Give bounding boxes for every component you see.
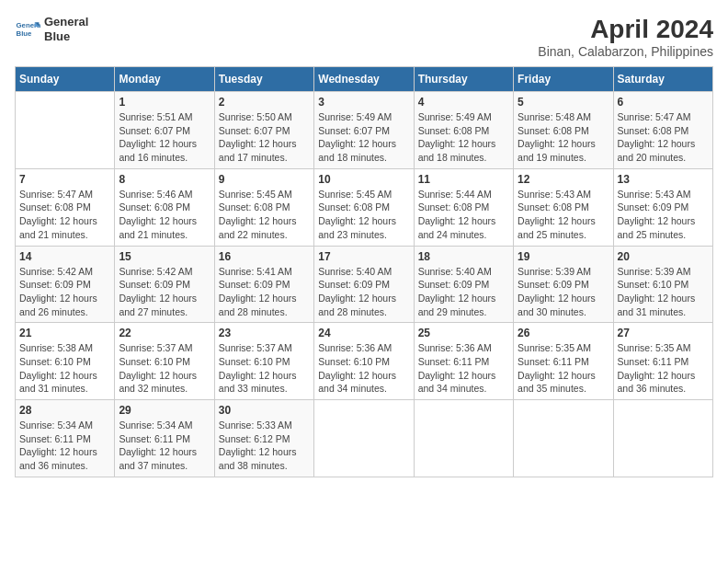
day-number: 20 <box>618 250 709 263</box>
calendar-header-row: SundayMondayTuesdayWednesdayThursdayFrid… <box>16 67 713 92</box>
day-number: 7 <box>19 173 110 186</box>
day-number: 11 <box>418 173 509 186</box>
day-number: 4 <box>418 96 509 109</box>
day-detail: Sunrise: 5:45 AM Sunset: 6:08 PM Dayligh… <box>219 188 310 242</box>
day-detail: Sunrise: 5:50 AM Sunset: 6:07 PM Dayligh… <box>219 110 310 165</box>
calendar-cell: 30Sunrise: 5:33 AM Sunset: 6:12 PM Dayli… <box>214 400 313 477</box>
day-detail: Sunrise: 5:51 AM Sunset: 6:07 PM Dayligh… <box>119 110 210 165</box>
day-detail: Sunrise: 5:46 AM Sunset: 6:08 PM Dayligh… <box>119 188 210 242</box>
logo-icon: General Blue <box>15 17 40 42</box>
calendar-cell: 7Sunrise: 5:47 AM Sunset: 6:08 PM Daylig… <box>16 168 115 246</box>
calendar-cell: 6Sunrise: 5:47 AM Sunset: 6:08 PM Daylig… <box>613 92 712 169</box>
day-number: 3 <box>318 96 409 109</box>
day-number: 18 <box>418 250 509 263</box>
calendar-cell: 12Sunrise: 5:43 AM Sunset: 6:08 PM Dayli… <box>514 168 613 246</box>
calendar-week-row: 1Sunrise: 5:51 AM Sunset: 6:07 PM Daylig… <box>16 92 713 169</box>
day-detail: Sunrise: 5:34 AM Sunset: 6:11 PM Dayligh… <box>19 419 110 473</box>
day-detail: Sunrise: 5:36 AM Sunset: 6:10 PM Dayligh… <box>318 341 409 396</box>
day-number: 21 <box>19 327 110 339</box>
day-number: 1 <box>119 96 210 109</box>
day-number: 2 <box>219 96 310 109</box>
day-number: 26 <box>518 327 609 339</box>
day-number: 16 <box>219 250 310 263</box>
day-number: 28 <box>19 404 110 417</box>
page-header: General Blue General Blue April 2024 Bin… <box>15 15 713 59</box>
page-title: April 2024 <box>538 15 713 44</box>
calendar-cell: 18Sunrise: 5:40 AM Sunset: 6:09 PM Dayli… <box>414 246 513 323</box>
day-detail: Sunrise: 5:43 AM Sunset: 6:09 PM Dayligh… <box>618 188 709 242</box>
calendar-cell: 1Sunrise: 5:51 AM Sunset: 6:07 PM Daylig… <box>115 92 214 169</box>
day-number: 27 <box>618 327 709 339</box>
calendar-header-monday: Monday <box>115 67 214 92</box>
day-number: 19 <box>518 250 609 263</box>
day-detail: Sunrise: 5:37 AM Sunset: 6:10 PM Dayligh… <box>119 341 210 396</box>
calendar-cell: 27Sunrise: 5:35 AM Sunset: 6:11 PM Dayli… <box>613 323 712 400</box>
calendar-cell: 13Sunrise: 5:43 AM Sunset: 6:09 PM Dayli… <box>613 168 712 246</box>
day-detail: Sunrise: 5:48 AM Sunset: 6:08 PM Dayligh… <box>518 110 609 165</box>
calendar-cell <box>314 400 414 477</box>
day-number: 9 <box>219 173 310 186</box>
calendar-header-saturday: Saturday <box>613 67 712 92</box>
day-number: 12 <box>518 173 609 186</box>
calendar-cell: 19Sunrise: 5:39 AM Sunset: 6:09 PM Dayli… <box>514 246 613 323</box>
calendar-week-row: 7Sunrise: 5:47 AM Sunset: 6:08 PM Daylig… <box>16 168 713 246</box>
day-detail: Sunrise: 5:33 AM Sunset: 6:12 PM Dayligh… <box>219 419 310 473</box>
calendar-week-row: 28Sunrise: 5:34 AM Sunset: 6:11 PM Dayli… <box>16 400 713 477</box>
day-detail: Sunrise: 5:36 AM Sunset: 6:11 PM Dayligh… <box>418 341 509 396</box>
calendar-cell: 25Sunrise: 5:36 AM Sunset: 6:11 PM Dayli… <box>414 323 513 400</box>
calendar-header-thursday: Thursday <box>414 67 513 92</box>
logo: General Blue General Blue <box>15 15 88 43</box>
calendar-cell: 26Sunrise: 5:35 AM Sunset: 6:11 PM Dayli… <box>514 323 613 400</box>
calendar-cell: 24Sunrise: 5:36 AM Sunset: 6:10 PM Dayli… <box>314 323 414 400</box>
logo-line1: General <box>44 15 88 29</box>
calendar-cell: 3Sunrise: 5:49 AM Sunset: 6:07 PM Daylig… <box>314 92 414 169</box>
calendar-cell: 28Sunrise: 5:34 AM Sunset: 6:11 PM Dayli… <box>16 400 115 477</box>
title-block: April 2024 Binan, Calabarzon, Philippine… <box>538 15 713 59</box>
day-number: 24 <box>318 327 409 339</box>
calendar-cell: 29Sunrise: 5:34 AM Sunset: 6:11 PM Dayli… <box>115 400 214 477</box>
day-number: 25 <box>418 327 509 339</box>
logo-text: General Blue <box>44 15 88 43</box>
calendar-header-tuesday: Tuesday <box>214 67 313 92</box>
calendar-cell: 15Sunrise: 5:42 AM Sunset: 6:09 PM Dayli… <box>115 246 214 323</box>
day-number: 22 <box>119 327 210 339</box>
calendar-cell <box>514 400 613 477</box>
calendar-cell: 20Sunrise: 5:39 AM Sunset: 6:10 PM Dayli… <box>613 246 712 323</box>
calendar-cell: 8Sunrise: 5:46 AM Sunset: 6:08 PM Daylig… <box>115 168 214 246</box>
day-detail: Sunrise: 5:37 AM Sunset: 6:10 PM Dayligh… <box>219 341 310 396</box>
day-detail: Sunrise: 5:47 AM Sunset: 6:08 PM Dayligh… <box>19 188 110 242</box>
calendar-cell: 22Sunrise: 5:37 AM Sunset: 6:10 PM Dayli… <box>115 323 214 400</box>
day-number: 8 <box>119 173 210 186</box>
day-number: 17 <box>318 250 409 263</box>
calendar-header-friday: Friday <box>514 67 613 92</box>
calendar-table: SundayMondayTuesdayWednesdayThursdayFrid… <box>15 66 713 477</box>
day-detail: Sunrise: 5:38 AM Sunset: 6:10 PM Dayligh… <box>19 341 110 396</box>
day-number: 14 <box>19 250 110 263</box>
day-detail: Sunrise: 5:39 AM Sunset: 6:09 PM Dayligh… <box>518 265 609 319</box>
day-detail: Sunrise: 5:41 AM Sunset: 6:09 PM Dayligh… <box>219 265 310 319</box>
calendar-header-wednesday: Wednesday <box>314 67 414 92</box>
day-detail: Sunrise: 5:42 AM Sunset: 6:09 PM Dayligh… <box>119 265 210 319</box>
day-number: 29 <box>119 404 210 417</box>
day-detail: Sunrise: 5:42 AM Sunset: 6:09 PM Dayligh… <box>19 265 110 319</box>
day-detail: Sunrise: 5:40 AM Sunset: 6:09 PM Dayligh… <box>418 265 509 319</box>
calendar-cell: 2Sunrise: 5:50 AM Sunset: 6:07 PM Daylig… <box>214 92 313 169</box>
day-detail: Sunrise: 5:49 AM Sunset: 6:08 PM Dayligh… <box>418 110 509 165</box>
svg-text:Blue: Blue <box>17 29 33 38</box>
day-detail: Sunrise: 5:49 AM Sunset: 6:07 PM Dayligh… <box>318 110 409 165</box>
logo-line2: Blue <box>44 29 88 44</box>
calendar-week-row: 14Sunrise: 5:42 AM Sunset: 6:09 PM Dayli… <box>16 246 713 323</box>
day-detail: Sunrise: 5:35 AM Sunset: 6:11 PM Dayligh… <box>518 341 609 396</box>
calendar-week-row: 21Sunrise: 5:38 AM Sunset: 6:10 PM Dayli… <box>16 323 713 400</box>
day-number: 23 <box>219 327 310 339</box>
calendar-cell: 23Sunrise: 5:37 AM Sunset: 6:10 PM Dayli… <box>214 323 313 400</box>
day-detail: Sunrise: 5:34 AM Sunset: 6:11 PM Dayligh… <box>119 419 210 473</box>
calendar-cell: 4Sunrise: 5:49 AM Sunset: 6:08 PM Daylig… <box>414 92 513 169</box>
day-number: 10 <box>318 173 409 186</box>
day-detail: Sunrise: 5:35 AM Sunset: 6:11 PM Dayligh… <box>618 341 709 396</box>
calendar-cell: 5Sunrise: 5:48 AM Sunset: 6:08 PM Daylig… <box>514 92 613 169</box>
day-number: 5 <box>518 96 609 109</box>
day-detail: Sunrise: 5:45 AM Sunset: 6:08 PM Dayligh… <box>318 188 409 242</box>
calendar-header-sunday: Sunday <box>16 67 115 92</box>
page-subtitle: Binan, Calabarzon, Philippines <box>538 44 713 59</box>
